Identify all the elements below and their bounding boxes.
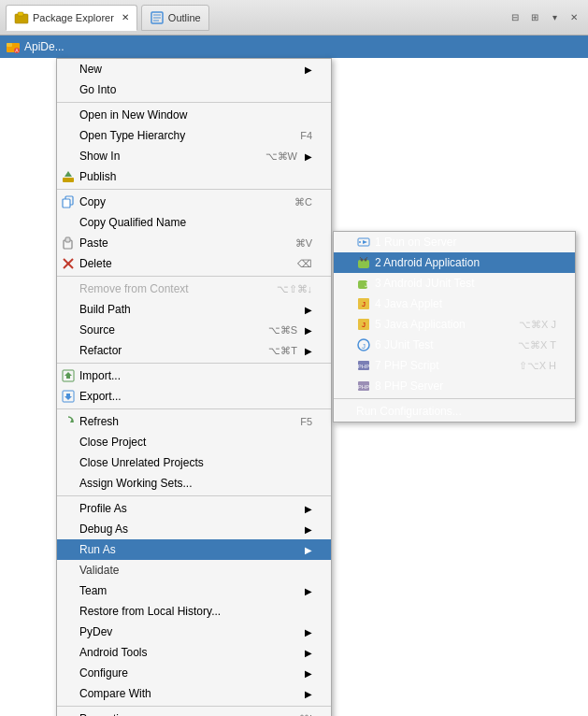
maximize-button[interactable]: ⊞ — [526, 9, 543, 26]
menu-item-publish[interactable]: Publish — [57, 166, 331, 187]
submenu-java-applet[interactable]: J 4 Java Applet — [334, 294, 575, 314]
svg-rect-20 — [66, 376, 70, 379]
svg-text:J: J — [362, 300, 366, 308]
menu-item-close-project[interactable]: Close Project — [57, 432, 331, 452]
submenu-php-server[interactable]: PHP 8 PHP Server — [334, 376, 575, 396]
menu-item-import[interactable]: Import... — [57, 365, 331, 386]
close-button[interactable]: ✕ — [566, 9, 582, 26]
menu-item-remove-context[interactable]: Remove from Context ⌥⇧⌘↓ — [57, 279, 331, 299]
tab-package-explorer-close[interactable]: ✕ — [122, 12, 129, 22]
tab-package-explorer[interactable]: Package Explorer ✕ — [6, 5, 137, 31]
menu-item-export[interactable]: Export... — [57, 386, 331, 407]
menu-item-copy[interactable]: Copy ⌘C — [57, 192, 331, 212]
menu-item-configure[interactable]: Configure ▶ — [57, 663, 331, 683]
menu-item-build-path[interactable]: Build Path ▶ — [57, 299, 331, 320]
svg-rect-7 — [7, 43, 12, 47]
divider-7 — [57, 706, 331, 707]
svg-rect-13 — [63, 199, 70, 208]
menu-item-source[interactable]: Source ⌥⌘S ▶ — [57, 320, 331, 340]
context-menu: New ▶ Go Into Open in New Window Open Ty… — [56, 58, 332, 716]
svg-text:PHP: PHP — [358, 364, 369, 369]
menu-item-run-as[interactable]: Run As ▶ 1 Run on Server 2 Android Appli… — [57, 539, 331, 560]
content-area: A ApiDe... New ▶ Go Into Open in New Win… — [0, 36, 588, 716]
run-as-submenu: 1 Run on Server 2 Android Application J … — [333, 231, 576, 422]
svg-rect-1 — [18, 12, 23, 16]
menu-item-validate[interactable]: Validate — [57, 560, 331, 580]
svg-marker-27 — [363, 240, 367, 244]
tab-outline[interactable]: Outline — [141, 5, 209, 31]
submenu-divider — [334, 398, 575, 399]
divider-5 — [57, 408, 331, 409]
menu-item-pydev[interactable]: PyDev ▶ — [57, 622, 331, 642]
svg-marker-22 — [65, 396, 72, 400]
divider-3 — [57, 276, 331, 277]
svg-marker-11 — [65, 171, 72, 177]
divider-4 — [57, 363, 331, 364]
svg-marker-19 — [65, 372, 72, 376]
import-icon — [61, 368, 76, 383]
submenu-run-configurations[interactable]: Run Configurations... — [334, 401, 575, 422]
menu-item-close-unrelated[interactable]: Close Unrelated Projects — [57, 452, 331, 473]
java-applet-icon: J — [356, 296, 371, 311]
view-menu-button[interactable]: ▾ — [546, 9, 563, 26]
menu-item-assign-working-sets[interactable]: Assign Working Sets... — [57, 473, 331, 494]
svg-rect-15 — [65, 237, 70, 242]
menu-item-compare-with[interactable]: Compare With ▶ — [57, 683, 331, 704]
tab-package-explorer-label: Package Explorer — [33, 12, 114, 23]
android-app-icon — [356, 255, 371, 270]
menu-item-new[interactable]: New ▶ — [57, 59, 331, 79]
top-panel: Package Explorer ✕ Outline ⊟ ⊞ ▾ ✕ — [0, 0, 588, 36]
menu-item-paste[interactable]: Paste ⌘V — [57, 233, 331, 253]
menu-item-show-in[interactable]: Show In ⌥⌘W ▶ — [57, 146, 331, 166]
outline-icon — [150, 10, 165, 25]
divider-1 — [57, 102, 331, 103]
menu-item-team[interactable]: Team ▶ — [57, 580, 331, 601]
export-icon — [61, 389, 76, 404]
menu-item-restore-local[interactable]: Restore from Local History... — [57, 601, 331, 622]
submenu-java-app[interactable]: J 5 Java Application ⌥⌘X J — [334, 314, 575, 335]
menu-item-android-tools[interactable]: Android Tools ▶ — [57, 642, 331, 663]
minimize-button[interactable]: ⊟ — [507, 9, 523, 26]
package-explorer-icon — [14, 10, 29, 25]
publish-icon — [61, 169, 76, 184]
toolbar-right: ⊟ ⊞ ▾ ✕ — [507, 9, 582, 26]
menu-item-debug-as[interactable]: Debug As ▶ — [57, 519, 331, 539]
submenu-run-server[interactable]: 1 Run on Server — [334, 232, 575, 252]
tree-item-apidem[interactable]: A ApiDe... — [0, 36, 588, 58]
paste-icon — [61, 236, 76, 251]
menu-item-open-new-window[interactable]: Open in New Window — [57, 105, 331, 125]
svg-point-26 — [359, 241, 361, 243]
svg-text:PHP: PHP — [358, 384, 369, 390]
android-junit-icon: J — [356, 276, 371, 291]
junit-icon: J — [356, 337, 371, 352]
divider-2 — [57, 189, 331, 190]
submenu-android-junit[interactable]: J 3 Android JUnit Test — [334, 273, 575, 294]
submenu-android-app[interactable]: 2 Android Application — [334, 252, 575, 273]
delete-icon — [61, 256, 76, 271]
run-server-icon — [356, 235, 371, 250]
menu-item-refresh[interactable]: Refresh F5 — [57, 411, 331, 432]
tab-outline-label: Outline — [168, 12, 201, 23]
refresh-icon — [61, 414, 76, 429]
menu-item-profile-as[interactable]: Profile As ▶ — [57, 498, 331, 519]
menu-item-delete[interactable]: Delete ⌫ — [57, 253, 331, 274]
submenu-php-script[interactable]: PHP 7 PHP Script ⇧⌥X H — [334, 355, 575, 376]
svg-rect-28 — [358, 260, 369, 268]
svg-text:J: J — [362, 321, 366, 329]
svg-text:J: J — [362, 342, 366, 351]
java-app-icon: J — [356, 317, 371, 332]
project-icon: A — [6, 39, 21, 54]
svg-rect-10 — [63, 178, 74, 182]
menu-item-refactor[interactable]: Refactor ⌥⌘T ▶ — [57, 340, 331, 361]
svg-text:J: J — [365, 281, 368, 288]
divider-6 — [57, 495, 331, 496]
php-script-icon: PHP — [356, 358, 371, 373]
php-server-icon: PHP — [356, 379, 371, 394]
menu-item-go-into[interactable]: Go Into — [57, 79, 331, 100]
submenu-junit[interactable]: J 6 JUnit Test ⌥⌘X T — [334, 335, 575, 355]
menu-item-properties[interactable]: Properties ⌘I — [57, 709, 331, 716]
copy-icon — [61, 194, 76, 209]
menu-item-copy-qualified[interactable]: Copy Qualified Name — [57, 212, 331, 233]
tree-item-label: ApiDe... — [24, 40, 65, 53]
menu-item-open-type-hierarchy[interactable]: Open Type Hierarchy F4 — [57, 125, 331, 146]
